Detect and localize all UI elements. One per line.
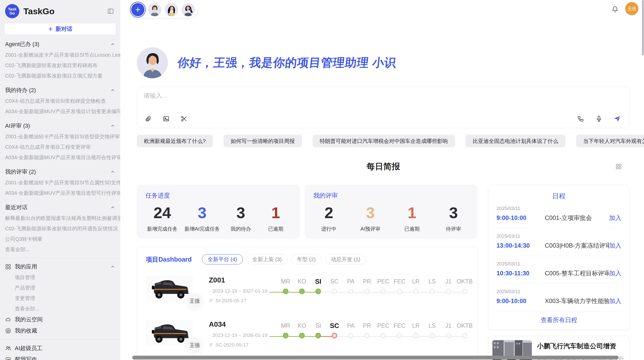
tab-new-body[interactable]: 全新上装 (3) <box>246 254 288 264</box>
chevron-up-icon[interactable] <box>110 123 115 128</box>
suggestion-chip[interactable]: 特朗普可能对进口汽车增税会对中国车企造成哪些影响 <box>313 135 455 147</box>
app-item-change[interactable]: 变更管理 <box>0 293 120 304</box>
milestone-label: LR <box>412 277 419 286</box>
assistant-avatar <box>137 47 168 78</box>
join-link[interactable]: 加入 <box>609 269 621 277</box>
sidebar-item-cloud-space[interactable]: 我的云空间 <box>0 314 120 325</box>
list-item[interactable]: A034-全新新能源MUV产品开发项目造型可行性评审 <box>0 188 120 198</box>
star-icon <box>5 328 11 334</box>
sidebar-item-ai-super-staff[interactable]: AI超级员工 <box>0 343 120 354</box>
list-item[interactable]: C0X4-动力总成开发项目SI里程碑提交物检查 <box>0 96 120 106</box>
list-item[interactable]: C02-飞腾新能源轻客改款项目的闭环通告反馈情况 <box>0 223 120 234</box>
milestone: PEC <box>375 321 391 338</box>
avatar-male-icon <box>137 47 168 78</box>
layout-grid-icon[interactable] <box>615 163 622 171</box>
chevron-up-icon[interactable] <box>110 205 115 210</box>
stat-value: 1 <box>398 204 426 222</box>
image-icon[interactable] <box>160 113 172 124</box>
milestone-dot <box>364 333 370 338</box>
vertical-scrollbar[interactable] <box>642 0 644 55</box>
agent-avatar[interactable] <box>148 3 161 16</box>
app-item-project[interactable]: 项目管理 <box>0 272 120 283</box>
stat-label: 已逾期 <box>262 226 290 232</box>
join-link[interactable]: 加入 <box>609 214 621 222</box>
agent-avatar[interactable] <box>182 3 195 16</box>
new-chat-button[interactable]: 新对话 <box>4 23 116 35</box>
chevron-up-icon[interactable] <box>110 42 115 47</box>
sidebar-item-my-apps[interactable]: 我的应用 <box>0 261 120 272</box>
stat-label: 新增完成任务 <box>147 226 178 232</box>
section-header[interactable]: AI评审 (3) <box>0 120 120 131</box>
chevron-up-icon[interactable] <box>110 88 115 93</box>
project-image: 王强 <box>146 276 193 302</box>
list-item[interactable]: 公司Q3轻卡销量 <box>0 234 120 244</box>
list-item[interactable]: Z001-全新燃油轻卡产品开发项目SI造型提交物评审 <box>0 131 120 142</box>
stat-label: AI预评审 <box>356 226 384 232</box>
user-avatar[interactable]: 王强 <box>625 2 638 15</box>
project-owner-badge: 王强 <box>185 292 204 310</box>
mic-icon[interactable] <box>593 113 605 124</box>
join-link[interactable]: 加入 <box>609 297 621 305</box>
section-label: 最近对话 <box>5 204 27 211</box>
chat-input[interactable] <box>144 92 551 99</box>
list-item[interactable]: C0X4-动力总成开发项目工程变更评审 <box>0 142 120 152</box>
notifications-bell-icon[interactable] <box>611 6 619 14</box>
grid-icon <box>5 264 11 270</box>
list-item[interactable]: A034-全新新能源MUV产品开发项目计划变更表编写 <box>0 106 120 117</box>
attach-icon[interactable] <box>143 113 154 124</box>
list-item[interactable]: A034-全新新能源MUV产品开发项目法规符合性评审 <box>0 152 120 163</box>
section-header[interactable]: 最近对话 <box>0 202 120 213</box>
stat-value: 3 <box>356 204 384 222</box>
tab-year-model[interactable]: 年型 (2) <box>291 254 322 264</box>
chevron-up-icon[interactable] <box>110 169 115 174</box>
milestone: J1 <box>440 321 457 338</box>
app-item-product[interactable]: 产品管理 <box>0 283 120 293</box>
list-item[interactable]: Z001-全新燃油皮卡产品开发项目SI节点Lesson Learn报告 <box>0 50 120 60</box>
suggestion-chip[interactable]: 当下年轻人对汽车外观有怎样的喜好趋势 <box>576 135 644 147</box>
cloud-space-label: 我的云空间 <box>15 316 115 323</box>
suggestion-chip[interactable]: 如何写一份清晰的项目周报 <box>224 135 302 147</box>
sidebar-item-help-write[interactable]: 帮我写作 <box>0 354 120 360</box>
collapse-sidebar-icon[interactable] <box>106 7 115 16</box>
clock-icon <box>209 289 210 293</box>
agent-avatar[interactable] <box>165 3 178 16</box>
tab-new-platform[interactable]: 全新平台 (4) <box>202 254 243 264</box>
schedule-name: C005-整车工程目标评审 <box>545 269 609 277</box>
milestone: PR <box>359 321 375 338</box>
section-header[interactable]: 我的待办 (2) <box>0 85 120 96</box>
project-row[interactable]: 王强 Z001 2023-12-19 ~ 2027-01-19 SI-2025-… <box>146 276 469 306</box>
suggestion-chip[interactable]: 欧洲新规最近颁布了什么? <box>137 135 213 147</box>
project-milestone-date: SC-2025-05-17 <box>215 342 248 348</box>
chevron-up-icon[interactable] <box>110 264 115 269</box>
view-all-schedule-link[interactable]: 查看所有日程 <box>496 316 622 324</box>
list-item[interactable]: 查看全部... <box>0 244 120 255</box>
milestone-dot <box>283 333 288 338</box>
stat-value: 2 <box>315 204 343 222</box>
send-icon[interactable] <box>612 113 623 124</box>
milestone-dot <box>446 333 451 338</box>
stat-value: 24 <box>147 204 178 222</box>
list-item[interactable]: Z001-全新燃油轻卡产品开发项目SI节点属性5D文件评审 <box>0 177 120 188</box>
horizontal-scrollbar[interactable] <box>132 356 619 359</box>
suggestion-chip[interactable]: 比亚迪全固态电池计划具体说了什么 <box>466 135 565 147</box>
section-header[interactable]: Agent已办 (3) <box>0 39 120 50</box>
project-row[interactable]: 王强 A034 2023-12-19 ~ 2026-01-19 SC-2025-… <box>146 320 469 350</box>
write-icon <box>5 356 11 360</box>
list-item[interactable]: C02-飞腾新能源轻客改款项目立项汇报方案 <box>0 71 120 81</box>
section-label: 我的待办 (2) <box>5 86 36 94</box>
list-item[interactable]: 解释最新出台的欧盟报废车法规再生塑料比例被调至15%... <box>0 213 120 223</box>
tab-powertrain[interactable]: 动总开发 (1) <box>325 254 366 264</box>
app-item-view-all[interactable]: 查看全部... <box>0 304 120 314</box>
scissors-icon[interactable] <box>178 113 189 124</box>
section-header[interactable]: 我的评审 (2) <box>0 166 120 177</box>
milestone-dot <box>446 289 451 294</box>
phone-icon[interactable] <box>575 113 586 124</box>
stat-label: 新增AI完成任务 <box>184 226 220 232</box>
join-link[interactable]: 加入 <box>609 242 621 250</box>
add-agent-button[interactable] <box>131 3 144 16</box>
list-item[interactable]: C02-飞腾新能源轻客改款项目里程碑画布 <box>0 60 120 71</box>
app-logo: Task Go <box>5 4 19 18</box>
milestone: PA <box>343 277 359 294</box>
project-milestone-date: SI-2025-05-17 <box>215 298 246 304</box>
sidebar-item-favorites[interactable]: 我的收藏 <box>0 325 120 336</box>
